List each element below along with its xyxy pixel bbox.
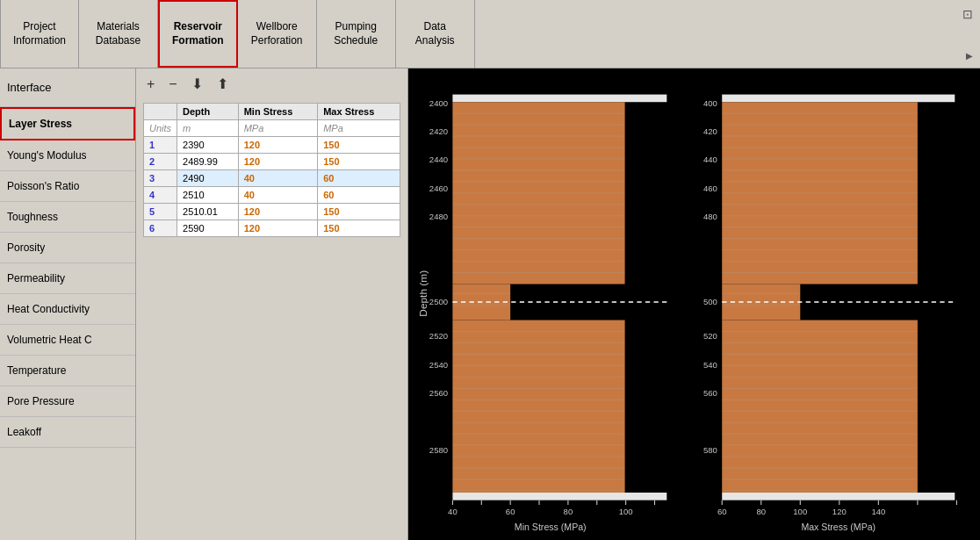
depth-cell[interactable]: 2510.01 xyxy=(177,204,239,220)
svg-text:100: 100 xyxy=(619,507,633,516)
svg-text:2560: 2560 xyxy=(703,388,717,398)
row-number: 1 xyxy=(144,137,177,154)
sidebar-label: Porosity xyxy=(7,241,45,254)
depth-cell[interactable]: 2590 xyxy=(177,220,239,237)
row-number: 4 xyxy=(144,187,177,204)
svg-text:100: 100 xyxy=(793,507,807,516)
max-stress-chart: 2400 2420 2440 2460 2480 2500 2520 2540 … xyxy=(703,76,974,540)
min-stress-cell[interactable]: 120 xyxy=(238,220,318,237)
sidebar-item-volumetric-heat[interactable]: Volumetric Heat C xyxy=(0,325,135,356)
remove-row-button[interactable]: − xyxy=(165,75,180,94)
download-button[interactable]: ⬇ xyxy=(188,74,206,94)
min-stress-cell[interactable]: 120 xyxy=(238,154,318,170)
sidebar-label: Young's Modulus xyxy=(7,149,87,162)
sidebar-item-leakoff[interactable]: Leakoff xyxy=(0,417,135,448)
svg-text:2400: 2400 xyxy=(429,97,448,107)
tab-materials-database[interactable]: MaterialsDatabase xyxy=(79,0,158,68)
table-wrapper: Depth Min Stress Max Stress Units m MPa … xyxy=(136,99,407,540)
max-stress-cell[interactable]: 150 xyxy=(318,137,400,154)
window-icon: ⊡ xyxy=(962,7,973,21)
svg-text:2580: 2580 xyxy=(429,445,448,455)
table-row[interactable]: 2 2489.99 120 150 xyxy=(144,154,400,170)
max-stress-cell[interactable]: 60 xyxy=(318,170,400,187)
center-panel: + − ⬇ ⬆ Depth Min Stress Max Stress Unit… xyxy=(136,68,408,540)
sidebar-label: Temperature xyxy=(7,364,66,377)
col-header-min-stress: Min Stress xyxy=(238,104,318,120)
table-row[interactable]: 1 2390 120 150 xyxy=(144,137,400,154)
svg-text:2480: 2480 xyxy=(429,212,448,221)
depth-cell[interactable]: 2510 xyxy=(177,187,239,204)
svg-text:40: 40 xyxy=(448,507,458,516)
sidebar-label: Leakoff xyxy=(7,426,41,438)
max-stress-cell[interactable]: 150 xyxy=(318,204,400,220)
svg-text:2500: 2500 xyxy=(703,297,717,306)
max-stress-cell[interactable]: 150 xyxy=(318,154,400,170)
svg-text:2560: 2560 xyxy=(429,388,448,398)
tab-label: PumpingSchedule xyxy=(334,20,378,47)
row-number: 5 xyxy=(144,204,177,220)
sidebar-item-layer-stress[interactable]: Layer Stress xyxy=(0,107,135,140)
sidebar-item-interface[interactable]: Interface xyxy=(0,68,135,107)
tab-wellbore-perforation[interactable]: WellborePerforation xyxy=(238,0,317,68)
layer-stress-table: Depth Min Stress Max Stress Units m MPa … xyxy=(143,103,400,237)
svg-text:2540: 2540 xyxy=(703,359,717,369)
svg-rect-2 xyxy=(452,95,667,103)
svg-text:2520: 2520 xyxy=(703,331,717,341)
max-stress-cell[interactable]: 150 xyxy=(318,220,400,237)
svg-text:60: 60 xyxy=(506,507,515,516)
min-stress-cell[interactable]: 40 xyxy=(238,187,318,204)
sidebar-item-poissons-ratio[interactable]: Poisson's Ratio xyxy=(0,171,135,202)
add-row-button[interactable]: + xyxy=(143,75,158,94)
depth-cell[interactable]: 2489.99 xyxy=(177,154,239,170)
svg-text:120: 120 xyxy=(832,507,846,516)
upload-button[interactable]: ⬆ xyxy=(213,74,232,94)
units-label: Units xyxy=(144,120,177,137)
table-row[interactable]: 5 2510.01 120 150 xyxy=(144,204,400,220)
min-stress-cell[interactable]: 120 xyxy=(238,204,318,220)
sidebar-item-heat-conductivity[interactable]: Heat Conductivity xyxy=(0,294,135,325)
svg-rect-39 xyxy=(452,493,667,500)
min-stress-cell[interactable]: 40 xyxy=(238,170,318,187)
min-stress-cell[interactable]: 120 xyxy=(238,137,318,154)
max-stress-svg: 2400 2420 2440 2460 2480 2500 2520 2540 … xyxy=(703,76,974,540)
sidebar-item-permeability[interactable]: Permeability xyxy=(0,263,135,294)
min-stress-chart: Depth (m) xyxy=(415,76,686,540)
sidebar-label: Toughness xyxy=(7,211,58,223)
sidebar-label: Interface xyxy=(7,81,52,94)
sidebar-label: Pore Pressure xyxy=(7,395,75,407)
tab-label: DataAnalysis xyxy=(415,20,455,47)
tab-label: MaterialsDatabase xyxy=(96,20,141,47)
tab-project-information[interactable]: Project Information xyxy=(0,0,79,68)
tab-reservoir-formation[interactable]: ReservoirFormation xyxy=(158,0,238,68)
tab-label: ReservoirFormation xyxy=(172,20,224,47)
table-row[interactable]: 4 2510 40 60 xyxy=(144,187,400,204)
sidebar-label: Permeability xyxy=(7,272,65,284)
tab-data-analysis[interactable]: DataAnalysis xyxy=(396,0,475,68)
depth-cell[interactable]: 2390 xyxy=(177,137,239,154)
svg-text:2500: 2500 xyxy=(429,297,448,306)
sidebar-item-temperature[interactable]: Temperature xyxy=(0,356,135,386)
sidebar-item-porosity[interactable]: Porosity xyxy=(0,233,135,263)
svg-text:Min Stress (MPa): Min Stress (MPa) xyxy=(515,522,587,532)
tab-pumping-schedule[interactable]: PumpingSchedule xyxy=(317,0,396,68)
main-content: Interface Layer Stress Young's Modulus P… xyxy=(0,68,980,540)
svg-text:140: 140 xyxy=(871,507,885,516)
svg-text:2580: 2580 xyxy=(703,445,717,455)
table-row[interactable]: 3 2490 40 60 xyxy=(144,170,400,187)
depth-cell[interactable]: 2490 xyxy=(177,170,239,187)
sidebar: Interface Layer Stress Young's Modulus P… xyxy=(0,68,136,540)
svg-text:2440: 2440 xyxy=(703,155,717,164)
col-header-max-stress: Max Stress xyxy=(318,104,400,120)
svg-text:2460: 2460 xyxy=(703,184,717,193)
svg-text:80: 80 xyxy=(564,507,573,516)
col-header-num xyxy=(144,104,177,120)
max-stress-cell[interactable]: 60 xyxy=(318,187,400,204)
sidebar-label: Volumetric Heat C xyxy=(7,334,92,346)
max-stress-unit: MPa xyxy=(318,120,400,137)
sidebar-item-youngs-modulus[interactable]: Young's Modulus xyxy=(0,140,135,171)
depth-unit: m xyxy=(177,120,239,137)
sidebar-item-pore-pressure[interactable]: Pore Pressure xyxy=(0,386,135,417)
table-row[interactable]: 6 2590 120 150 xyxy=(144,220,400,237)
sidebar-item-toughness[interactable]: Toughness xyxy=(0,202,135,233)
svg-rect-101 xyxy=(722,493,955,500)
